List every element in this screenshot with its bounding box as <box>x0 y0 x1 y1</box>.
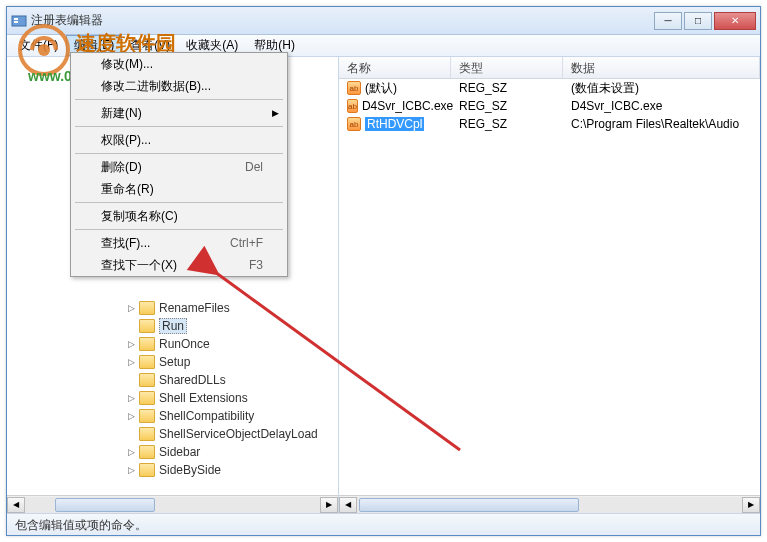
folder-icon <box>139 319 155 333</box>
tree-node[interactable]: ▷RenameFiles <box>17 299 338 317</box>
menu-item[interactable]: 查找(F)...Ctrl+F <box>71 232 287 254</box>
header-type[interactable]: 类型 <box>451 57 563 78</box>
statusbar: 包含编辑值或项的命令。 <box>7 513 760 535</box>
list-header: 名称 类型 数据 <box>339 57 760 79</box>
reg-sz-icon: ab <box>347 99 358 113</box>
folder-icon <box>139 463 155 477</box>
menu-item[interactable]: 新建(N)▶ <box>71 102 287 124</box>
minimize-button[interactable]: ─ <box>654 12 682 30</box>
menu-file[interactable]: 文件(F) <box>11 35 66 56</box>
reg-sz-icon: ab <box>347 117 361 131</box>
scroll-left-button[interactable]: ◀ <box>339 497 357 513</box>
tree-node[interactable]: ▷Setup <box>17 353 338 371</box>
tree-node[interactable]: SharedDLLs <box>17 371 338 389</box>
svg-rect-2 <box>14 21 18 23</box>
svg-rect-1 <box>14 18 18 20</box>
close-button[interactable]: ✕ <box>714 12 756 30</box>
list-row[interactable]: abRtHDVCplREG_SZC:\Program Files\Realtek… <box>339 115 760 133</box>
folder-icon <box>139 409 155 423</box>
menu-item[interactable]: 删除(D)Del <box>71 156 287 178</box>
menu-item[interactable]: 重命名(R) <box>71 178 287 200</box>
list-scrollbar-h[interactable]: ◀ ▶ <box>339 495 760 513</box>
status-text: 包含编辑值或项的命令。 <box>15 518 147 532</box>
list-row[interactable]: abD4Svr_ICBC.exeREG_SZD4Svr_ICBC.exe <box>339 97 760 115</box>
scroll-right-button[interactable]: ▶ <box>320 497 338 513</box>
tree-node[interactable]: ShellServiceObjectDelayLoad <box>17 425 338 443</box>
edit-dropdown-menu: 修改(M)...修改二进制数据(B)...新建(N)▶权限(P)...删除(D)… <box>70 52 288 277</box>
header-data[interactable]: 数据 <box>563 57 760 78</box>
menu-item[interactable]: 修改(M)... <box>71 53 287 75</box>
menu-item[interactable]: 修改二进制数据(B)... <box>71 75 287 97</box>
tree-node[interactable]: ▷Shell Extensions <box>17 389 338 407</box>
tree-node[interactable]: ▷RunOnce <box>17 335 338 353</box>
tree-node[interactable]: ▷SideBySide <box>17 461 338 479</box>
maximize-button[interactable]: □ <box>684 12 712 30</box>
folder-icon <box>139 445 155 459</box>
values-list[interactable]: ab(默认)REG_SZ(数值未设置)abD4Svr_ICBC.exeREG_S… <box>339 79 760 495</box>
values-panel: 名称 类型 数据 ab(默认)REG_SZ(数值未设置)abD4Svr_ICBC… <box>339 57 760 513</box>
folder-icon <box>139 337 155 351</box>
scroll-left-button[interactable]: ◀ <box>7 497 25 513</box>
window-title: 注册表编辑器 <box>31 12 654 29</box>
reg-sz-icon: ab <box>347 81 361 95</box>
tree-scrollbar-h[interactable]: ◀ ▶ <box>7 495 338 513</box>
folder-icon <box>139 355 155 369</box>
folder-icon <box>139 391 155 405</box>
tree-node[interactable]: ▷ShellCompatibility <box>17 407 338 425</box>
list-row[interactable]: ab(默认)REG_SZ(数值未设置) <box>339 79 760 97</box>
folder-icon <box>139 301 155 315</box>
tree-node[interactable]: ▷Sidebar <box>17 443 338 461</box>
app-icon <box>11 13 27 29</box>
menu-item[interactable]: 权限(P)... <box>71 129 287 151</box>
tree-node[interactable]: Run <box>17 317 338 335</box>
menu-item[interactable]: 查找下一个(X)F3 <box>71 254 287 276</box>
menu-item[interactable]: 复制项名称(C) <box>71 205 287 227</box>
folder-icon <box>139 427 155 441</box>
titlebar: 注册表编辑器 ─ □ ✕ <box>7 7 760 35</box>
header-name[interactable]: 名称 <box>339 57 451 78</box>
folder-icon <box>139 373 155 387</box>
scroll-right-button[interactable]: ▶ <box>742 497 760 513</box>
